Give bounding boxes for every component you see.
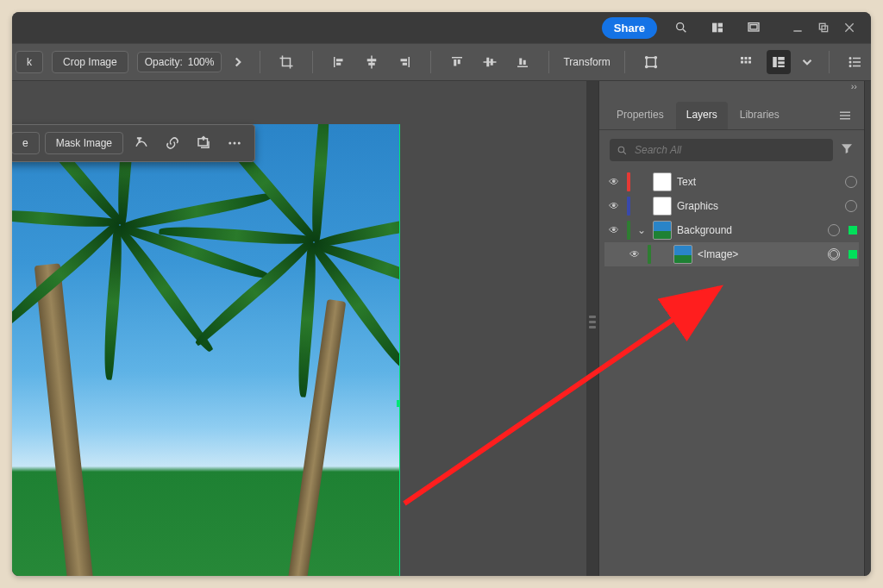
svg-point-54 (234, 142, 236, 145)
visibility-toggle-icon[interactable]: 👁 (627, 248, 642, 260)
app-window: Share k Crop Image Opacity: 100% (12, 12, 871, 576)
window-titlebar: Share (12, 12, 871, 43)
layer-row-image[interactable]: 👁 <Image> (604, 242, 859, 266)
align-hcenter-icon[interactable] (360, 50, 384, 74)
align-top-icon[interactable] (445, 50, 469, 74)
svg-point-49 (849, 61, 851, 63)
svg-rect-6 (750, 25, 757, 29)
visibility-toggle-icon[interactable]: 👁 (606, 224, 622, 236)
placed-image[interactable] (12, 124, 400, 576)
svg-point-31 (645, 57, 647, 59)
target-icon[interactable] (828, 224, 840, 236)
transform-label[interactable]: Transform (563, 56, 610, 68)
layer-name[interactable]: Background (677, 224, 823, 236)
divider (312, 51, 313, 73)
selection-edge (399, 124, 400, 576)
svg-rect-28 (520, 59, 523, 66)
truncated-button-2[interactable]: e (12, 132, 40, 154)
svg-rect-44 (778, 66, 785, 67)
panel-rail[interactable] (864, 81, 871, 576)
svg-point-0 (677, 23, 684, 30)
opacity-more-icon[interactable] (230, 54, 246, 70)
canvas-area[interactable]: e Mask Image T (12, 81, 586, 576)
layer-search-row (599, 130, 864, 166)
align-right-icon[interactable] (392, 50, 416, 74)
visibility-toggle-icon[interactable]: 👁 (606, 200, 622, 212)
svg-rect-26 (491, 59, 493, 66)
window-system-buttons (785, 16, 862, 40)
selection-handle[interactable] (397, 400, 400, 407)
layer-thumbnail (653, 221, 672, 240)
layer-color-stripe (648, 245, 651, 264)
svg-rect-43 (778, 61, 785, 64)
svg-rect-24 (484, 61, 497, 63)
svg-rect-36 (745, 57, 748, 59)
align-left-icon[interactable] (327, 50, 351, 74)
svg-rect-18 (409, 57, 410, 67)
layer-name[interactable]: <Image> (698, 248, 823, 260)
svg-rect-14 (336, 63, 341, 66)
text-on-path-icon[interactable]: T (128, 130, 154, 156)
crop-image-button[interactable]: Crop Image (52, 51, 128, 73)
selection-indicator (849, 226, 857, 235)
search-icon[interactable] (669, 16, 693, 40)
svg-rect-15 (372, 56, 373, 69)
svg-rect-38 (741, 61, 743, 64)
opacity-control[interactable]: Opacity: 100% (137, 52, 222, 72)
list-view-icon[interactable] (843, 50, 867, 74)
svg-point-33 (645, 66, 647, 67)
crop-tool-icon[interactable] (274, 50, 298, 74)
tab-layers[interactable]: Layers (676, 102, 728, 129)
panel-gutter[interactable] (586, 81, 598, 576)
target-icon[interactable] (845, 200, 857, 212)
svg-rect-23 (458, 59, 460, 64)
screen-mode-icon[interactable] (742, 16, 766, 40)
free-transform-icon[interactable] (639, 50, 663, 74)
mask-image-button[interactable]: Mask Image (45, 132, 123, 154)
align-vcenter-icon[interactable] (478, 50, 502, 74)
layer-name[interactable]: Graphics (677, 200, 840, 212)
target-icon[interactable] (845, 176, 857, 188)
divider (548, 51, 549, 73)
document-canvas[interactable] (12, 124, 400, 576)
visibility-toggle-icon[interactable]: 👁 (606, 176, 622, 188)
truncated-button-1[interactable]: k (16, 51, 43, 73)
layer-row-background[interactable]: 👁 ⌄ Background (604, 218, 859, 242)
svg-rect-42 (778, 57, 785, 60)
more-options-icon[interactable] (222, 130, 247, 156)
window-close-button[interactable] (836, 16, 862, 40)
workspace-switcher-icon[interactable] (705, 16, 730, 40)
target-icon[interactable] (828, 248, 840, 260)
place-image-icon[interactable] (191, 130, 216, 156)
svg-point-59 (618, 147, 624, 153)
layer-search-input[interactable] (635, 144, 826, 156)
layer-search-box[interactable] (610, 139, 833, 161)
svg-rect-3 (718, 23, 723, 28)
svg-rect-30 (646, 58, 655, 67)
svg-rect-37 (748, 57, 751, 59)
filter-icon[interactable] (840, 141, 854, 159)
link-icon[interactable] (160, 130, 185, 156)
svg-rect-41 (773, 57, 777, 67)
share-button[interactable]: Share (602, 17, 657, 39)
svg-rect-17 (369, 63, 376, 66)
svg-rect-4 (718, 28, 723, 33)
divider (829, 51, 830, 73)
panel-layout-icon[interactable] (767, 50, 791, 74)
tab-properties[interactable]: Properties (606, 102, 674, 129)
svg-rect-2 (712, 23, 717, 33)
panel-menu-icon[interactable] (833, 103, 857, 128)
window-minimize-button[interactable] (785, 16, 811, 40)
layer-row-graphics[interactable]: 👁 Graphics (604, 194, 859, 218)
tab-libraries[interactable]: Libraries (730, 102, 790, 129)
collapse-icon[interactable]: ⌄ (636, 224, 648, 236)
layer-row-text[interactable]: 👁 Text (604, 170, 859, 194)
align-bottom-icon[interactable] (510, 50, 535, 74)
svg-text:T: T (138, 137, 141, 143)
layer-name[interactable]: Text (677, 176, 840, 188)
window-maximize-button[interactable] (811, 16, 836, 40)
divider (260, 51, 260, 73)
panel-collapse-icon[interactable]: ›› (599, 81, 864, 102)
layout-dropdown-icon[interactable] (799, 54, 815, 70)
grid-small-icon[interactable] (734, 50, 758, 74)
